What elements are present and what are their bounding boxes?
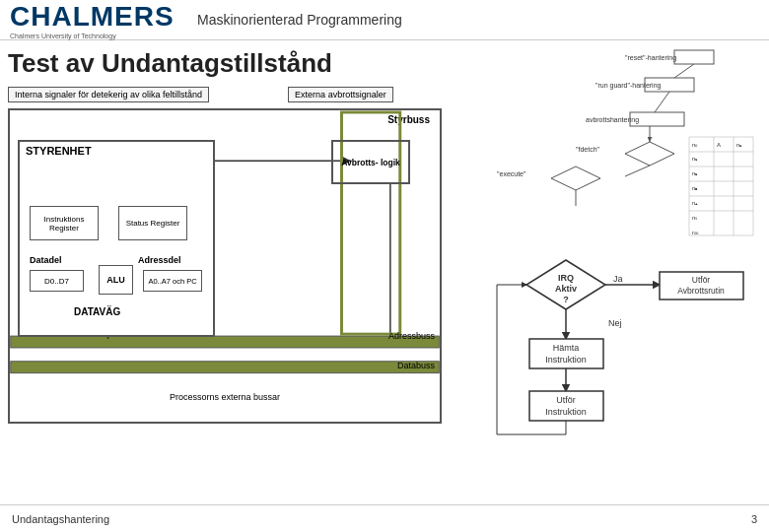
styrenhet-title: STYRENHET bbox=[20, 142, 213, 160]
svg-rect-11 bbox=[674, 50, 714, 64]
svg-text:n₂: n₂ bbox=[692, 170, 698, 176]
svg-text:Utför: Utför bbox=[556, 395, 576, 405]
svg-text:Aktiv: Aktiv bbox=[555, 284, 577, 294]
svg-text:n₃: n₃ bbox=[692, 185, 698, 191]
top-flowchart-svg: "reset"-hantering "run guard"-hantering … bbox=[477, 48, 763, 245]
right-panel: "reset"-hantering "run guard"-hantering … bbox=[473, 40, 769, 532]
d0d7-box: D0..D7 bbox=[30, 270, 84, 292]
irq-flowchart: IRQ Aktiv ? Ja Utför Avbrottsrutin Nej H… bbox=[477, 245, 763, 442]
svg-text:Utför: Utför bbox=[692, 275, 711, 285]
databuss-label: Databuss bbox=[397, 361, 435, 370]
svg-text:n₄: n₄ bbox=[692, 200, 698, 206]
a0a7-box: A0..A7 och PC bbox=[143, 270, 202, 292]
svg-marker-15 bbox=[551, 166, 600, 190]
flowchart-top: "reset"-hantering "run guard"-hantering … bbox=[477, 48, 763, 245]
svg-text:n₅: n₅ bbox=[692, 215, 698, 221]
main-content: Test av Undantagstillstånd Interna signa… bbox=[0, 40, 769, 532]
svg-text:"run guard"-hantering: "run guard"-hantering bbox=[595, 82, 662, 90]
svg-text:Avbrottsrutin: Avbrottsrutin bbox=[677, 286, 725, 296]
datavag-label: DATAVÄG bbox=[74, 306, 120, 317]
logo-area: CHALMERS Chalmers University of Technolo… bbox=[10, 1, 187, 39]
label-boxes: Interna signaler för detekerig av olika … bbox=[8, 87, 465, 102]
svg-text:"fdetch": "fdetch" bbox=[576, 146, 600, 153]
header-title: Maskinorienterad Programmering bbox=[197, 12, 402, 28]
left-panel: Test av Undantagstillstånd Interna signa… bbox=[0, 40, 473, 532]
interna-label: Interna signaler för detekerig av olika … bbox=[8, 87, 209, 102]
svg-marker-14 bbox=[625, 142, 674, 166]
svg-text:A: A bbox=[717, 142, 721, 148]
diagram-box: Styrbuss bbox=[8, 108, 442, 424]
svg-text:n₁: n₁ bbox=[692, 156, 698, 162]
footer-label: Undantagshantering bbox=[12, 513, 109, 525]
svg-text:Hämta: Hämta bbox=[553, 343, 580, 353]
svg-text:n₁: n₁ bbox=[736, 142, 742, 148]
adressdel-label: Adressdel bbox=[138, 255, 181, 265]
instreg-box: Instruktions Register bbox=[30, 206, 99, 240]
svg-text:n₀: n₀ bbox=[692, 142, 698, 148]
svg-text:"reset"-hantering: "reset"-hantering bbox=[625, 54, 676, 62]
irq-flowchart-svg: IRQ Aktiv ? Ja Utför Avbrottsrutin Nej H… bbox=[477, 245, 763, 437]
svg-rect-2 bbox=[11, 362, 440, 373]
avbrottslogik-box: Avbrotts- logik bbox=[331, 140, 410, 184]
svg-text:"execute": "execute" bbox=[497, 170, 526, 177]
footer-page: 3 bbox=[751, 513, 757, 525]
svg-text:Ja: Ja bbox=[613, 274, 623, 284]
svg-rect-1 bbox=[11, 336, 440, 348]
statreg-box: Status Register bbox=[118, 206, 187, 240]
svg-text:avbrottshantering: avbrottshantering bbox=[586, 116, 639, 124]
svg-line-17 bbox=[655, 92, 669, 112]
svg-line-16 bbox=[674, 64, 694, 78]
styrbuss-label: Styrbuss bbox=[387, 114, 430, 125]
logo-subtitle: Chalmers University of Technology bbox=[10, 33, 187, 39]
adressbuss-label: Adressbuss bbox=[388, 331, 435, 341]
styrenhet-box: STYRENHET Instruktions Register Status R… bbox=[18, 140, 215, 337]
svg-line-19 bbox=[625, 166, 650, 176]
svg-text:?: ? bbox=[563, 295, 569, 304]
svg-text:r₀₀: r₀₀ bbox=[692, 230, 699, 235]
svg-text:Instruktion: Instruktion bbox=[545, 355, 587, 365]
extern-bussar-label: Processorns externa bussar bbox=[170, 392, 280, 402]
header: CHALMERS Chalmers University of Technolo… bbox=[0, 0, 769, 40]
footer: Undantagshantering 3 bbox=[0, 504, 769, 532]
datadel-label: Datadel bbox=[30, 255, 62, 265]
svg-text:IRQ: IRQ bbox=[558, 273, 574, 283]
page-title: Test av Undantagstillstånd bbox=[8, 48, 465, 79]
externa-label: Externa avbrottsignaler bbox=[288, 87, 393, 102]
svg-text:Nej: Nej bbox=[608, 318, 622, 328]
svg-text:Instruktion: Instruktion bbox=[545, 407, 587, 417]
alu-box: ALU bbox=[99, 265, 133, 295]
logo-text: CHALMERS bbox=[10, 1, 187, 33]
